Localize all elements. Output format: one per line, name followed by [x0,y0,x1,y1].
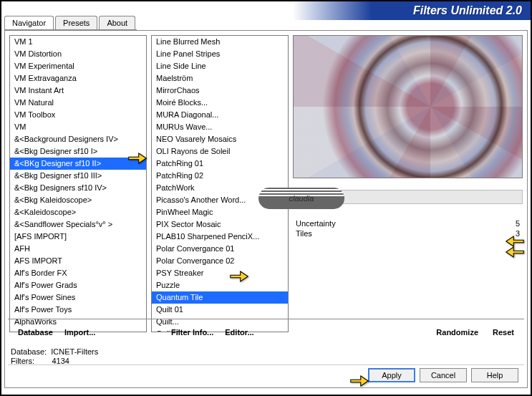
list-item[interactable]: MURA Diagonal... [152,109,288,121]
param-label: Tiles [296,229,312,238]
list-item[interactable]: Alf's Border FX [10,267,146,279]
pointer-icon [127,150,147,168]
list-item[interactable]: Line Panel Stripes [152,48,288,60]
list-item[interactable]: VM [10,121,146,133]
list-item[interactable]: Alf's Power Toys [10,304,146,316]
list-item[interactable]: Line Side Line [152,60,288,72]
list-item[interactable]: PSY Streaker [152,267,288,279]
list-item[interactable]: Maelström [152,72,288,84]
list-item[interactable]: Alf's Power Grads [10,279,146,291]
cancel-button[interactable]: Cancel [420,368,467,382]
param-label: Uncertainty [296,219,336,228]
list-item[interactable]: Line Blurred Mesh [152,36,288,48]
list-item[interactable]: Polar Convergance 01 [152,243,288,255]
main-panel: VM 1VM DistortionVM ExperimentalVM Extra… [4,30,528,388]
list-item[interactable]: MURUs Wave... [152,121,288,133]
category-listbox[interactable]: VM 1VM DistortionVM ExperimentalVM Extra… [9,35,147,332]
list-item[interactable]: Moiré Blocks... [152,97,288,109]
list-item[interactable]: Quilt 01 [152,304,288,316]
tab-about[interactable]: About [99,16,135,29]
list-item[interactable]: [AFS IMPORT] [10,231,146,243]
list-item[interactable]: &<Bkg Kaleidoscope> [10,194,146,206]
list-item[interactable]: &<BKg Designer sf10 II> [10,158,146,170]
list-item[interactable]: VM Toolbox [10,109,146,121]
reset-button[interactable]: Reset [487,325,520,339]
list-item[interactable]: VM Extravaganza [10,72,146,84]
pointer-icon [349,373,369,390]
import-button[interactable]: Import... [59,325,101,339]
dialog-button-row: Apply Cancel Help [8,364,524,385]
list-item[interactable]: NEO Vasarely Mosaics [152,133,288,145]
list-item[interactable]: VM Natural [10,97,146,109]
list-item[interactable]: PatchRing 01 [152,158,288,170]
list-item[interactable]: OLI Rayons de Soleil [152,145,288,158]
help-button[interactable]: Help [471,368,518,382]
list-item[interactable]: PLAB10 Sharpened PenciX... [152,231,288,243]
status-db-value: ICNET-Filters [51,347,98,356]
app-window: Filters Unlimited 2.0 Navigator Presets … [1,1,531,395]
param-row-tiles[interactable]: Tiles 3 [293,228,523,238]
list-item[interactable]: Puzzle [152,279,288,291]
list-item[interactable]: AFH [10,243,146,255]
pointer-icon [229,269,249,286]
list-item[interactable]: Polar Convergance 02 [152,255,288,267]
pointer-icon [505,244,525,261]
parameters-panel: Uncertainty 5 Tiles 3 [293,218,523,238]
preview-image [293,35,523,178]
tab-strip: Navigator Presets About [4,16,137,30]
list-item[interactable]: &<Bkg Designer sf10 III> [10,170,146,182]
status-db-label: Database: [11,347,47,356]
apply-button[interactable]: Apply [368,368,415,382]
list-item[interactable]: Alf's Power Sines [10,291,146,304]
lists-row: VM 1VM DistortionVM ExperimentalVM Extra… [5,31,527,337]
param-value: 5 [498,219,520,228]
filter-listbox[interactable]: Line Blurred MeshLine Panel StripesLine … [151,35,289,332]
randomize-button[interactable]: Randomize [430,325,484,339]
list-item[interactable]: AFS IMPORT [10,255,146,267]
list-item[interactable]: &<Background Designers IV> [10,133,146,145]
list-item[interactable]: PatchRing 02 [152,170,288,182]
list-item[interactable]: VM Instant Art [10,84,146,97]
list-item[interactable]: MirrorChaos [152,84,288,97]
list-item[interactable]: VM 1 [10,36,146,48]
right-column: claudia Quantum Tile Uncertainty 5 Tiles… [293,35,523,332]
filter-info-button[interactable]: Filter Info... [165,325,219,339]
status-area: Database: ICNET-Filters Filters: 4134 [11,347,98,366]
watermark-badge: claudia [258,188,344,209]
bottom-toolbar: Database Import... Filter Info... Editor… [8,319,524,344]
list-item[interactable]: &<Bkg Designers sf10 IV> [10,182,146,194]
database-button[interactable]: Database [12,325,59,339]
editor-button[interactable]: Editor... [219,325,259,339]
list-item[interactable]: &<Sandflower Specials°v° > [10,218,146,231]
list-item[interactable]: Quantum Tile [152,291,288,304]
list-item[interactable]: &<Bkg Designer sf10 I> [10,145,146,158]
list-item[interactable]: &<Kaleidoscope> [10,206,146,218]
app-title: Filters Unlimited 2.0 [413,4,522,17]
watermark-text: claudia [289,194,314,203]
list-item[interactable]: VM Experimental [10,60,146,72]
tab-navigator[interactable]: Navigator [4,16,54,29]
list-item[interactable]: PIX Sector Mosaic [152,218,288,231]
param-row-uncertainty[interactable]: Uncertainty 5 [293,218,523,228]
tab-presets[interactable]: Presets [55,16,97,29]
list-item[interactable]: VM Distortion [10,48,146,60]
